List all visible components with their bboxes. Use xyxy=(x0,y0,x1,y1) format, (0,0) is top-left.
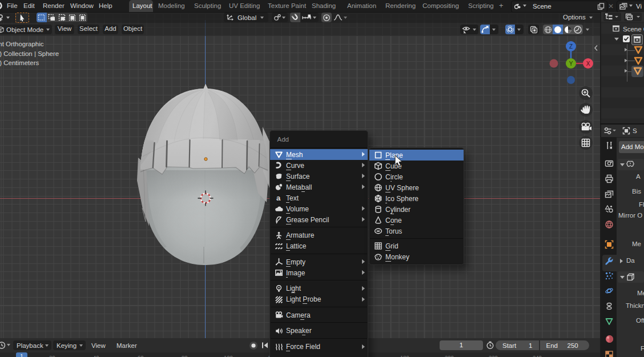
svg-text:a: a xyxy=(276,194,281,202)
svg-text:Z: Z xyxy=(569,43,573,50)
svg-text:X: X xyxy=(586,61,590,67)
svg-text:Y: Y xyxy=(569,61,573,67)
